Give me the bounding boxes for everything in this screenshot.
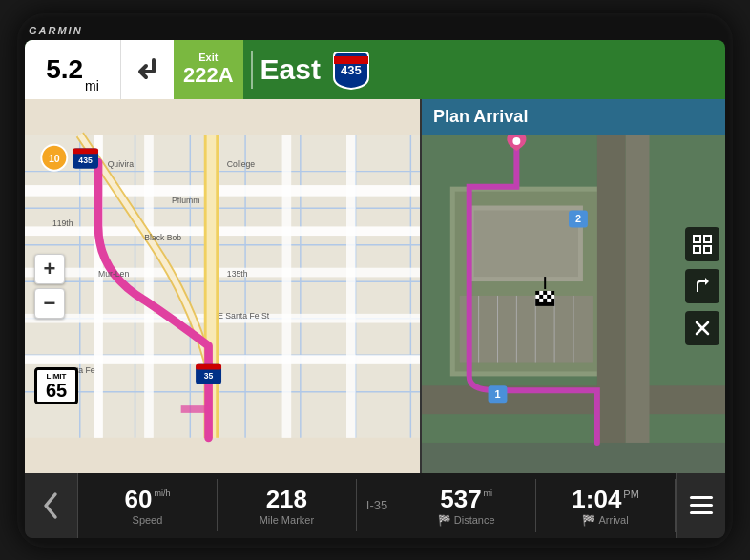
- arrival-value: 1:04: [572, 485, 621, 514]
- hamburger-icon: [690, 496, 713, 514]
- nav-distance-value: 5.2: [46, 54, 83, 85]
- svg-rect-1: [25, 135, 420, 438]
- svg-rect-78: [704, 246, 711, 253]
- svg-rect-24: [282, 135, 292, 438]
- svg-text:E Santa Fe St: E Santa Fe St: [218, 310, 269, 320]
- nav-exit-number: 222A: [183, 63, 234, 88]
- svg-rect-19: [25, 313, 420, 322]
- brand-label: GARMIN: [25, 23, 725, 40]
- hamburger-line-1: [690, 496, 713, 499]
- mile-marker-stat: 218 Mile Marker: [218, 479, 357, 531]
- svg-rect-64: [535, 294, 539, 298]
- distance-stat: 537 mi 🏁 Distance: [397, 479, 536, 532]
- svg-rect-43: [196, 363, 221, 369]
- route-details-button[interactable]: [685, 269, 719, 303]
- svg-rect-23: [209, 135, 220, 438]
- arrival-label: 🏁 Arrival: [582, 514, 628, 527]
- svg-rect-67: [539, 298, 543, 301]
- close-button[interactable]: [685, 311, 719, 345]
- mile-marker-display: 218: [266, 485, 307, 514]
- speed-limit-sign: LIMIT 65: [34, 367, 78, 404]
- speed-limit-value: 65: [39, 381, 73, 400]
- svg-rect-75: [694, 236, 700, 242]
- nav-direction: East: [260, 53, 321, 86]
- svg-text:135th: 135th: [227, 269, 248, 279]
- svg-text:10: 10: [49, 153, 60, 164]
- distance-display: 537 mi: [440, 485, 492, 514]
- mile-marker-label: Mile Marker: [260, 514, 314, 526]
- map-left[interactable]: Quivira College Pflumm Black Bob Mur-Len…: [25, 99, 420, 473]
- arrival-unit: PM: [623, 488, 639, 500]
- arrival-display: 1:04 PM: [572, 485, 639, 514]
- nav-exit-label: Exit: [198, 52, 218, 63]
- zoom-out-button[interactable]: −: [34, 288, 65, 319]
- hamburger-line-2: [690, 504, 713, 507]
- main-content: Quivira College Pflumm Black Bob Mur-Len…: [25, 99, 725, 473]
- nav-divider: [251, 51, 253, 89]
- highway-badge: 435: [330, 49, 372, 91]
- svg-rect-60: [626, 130, 650, 443]
- svg-rect-77: [694, 246, 700, 253]
- bottom-bar: 60 mi/h Speed 218 Mile Marker I-35 537 m…: [25, 473, 725, 538]
- svg-rect-17: [25, 226, 420, 236]
- svg-rect-27: [207, 135, 217, 438]
- nav-distance-panel: 5.2 mi: [25, 40, 120, 99]
- speed-value: 60: [124, 485, 152, 514]
- svg-text:Quivira: Quivira: [108, 158, 135, 168]
- menu-button[interactable]: [676, 473, 725, 538]
- svg-rect-22: [144, 135, 154, 438]
- svg-rect-62: [539, 290, 543, 294]
- svg-rect-16: [25, 185, 420, 197]
- distance-unit: mi: [484, 488, 493, 499]
- svg-text:435: 435: [78, 155, 93, 164]
- svg-rect-51: [460, 295, 593, 362]
- arrival-stat: 1:04 PM 🏁 Arrival: [536, 479, 676, 532]
- svg-rect-42: [196, 363, 221, 384]
- svg-point-74: [512, 136, 520, 144]
- svg-rect-66: [551, 294, 554, 298]
- svg-rect-37: [73, 148, 98, 168]
- back-button[interactable]: [25, 473, 78, 538]
- speed-unit-text: mi/h: [154, 488, 170, 499]
- satellite-map-svg: 1 2: [422, 99, 725, 473]
- speed-unit: mi/h: [154, 488, 170, 499]
- road-name: I-35: [357, 498, 397, 512]
- svg-rect-76: [704, 236, 711, 242]
- svg-text:1: 1: [494, 388, 500, 400]
- distance-value: 537: [440, 485, 481, 514]
- nav-exit-panel: Exit 222A: [174, 40, 243, 99]
- flag-icon-distance: 🏁: [438, 514, 451, 527]
- svg-point-40: [41, 144, 67, 170]
- svg-rect-61: [535, 290, 554, 305]
- svg-text:Mur-Len: Mur-Len: [98, 269, 129, 279]
- zoom-in-button[interactable]: +: [34, 254, 65, 284]
- svg-text:Pflumm: Pflumm: [172, 196, 199, 205]
- plan-arrival-title: Plan Arrival: [433, 107, 528, 126]
- nav-turn-arrow: [120, 40, 174, 99]
- svg-rect-63: [547, 290, 551, 294]
- hamburger-line-3: [690, 511, 713, 514]
- svg-rect-26: [204, 135, 219, 438]
- speed-display: 60 mi/h: [124, 485, 170, 514]
- svg-rect-25: [346, 135, 356, 438]
- highway-number: 435: [341, 63, 362, 77]
- map-view-button[interactable]: [685, 227, 719, 261]
- svg-rect-50: [474, 210, 578, 277]
- map-right[interactable]: 1 2 Plan Arrival: [420, 99, 725, 473]
- map-left-svg: Quivira College Pflumm Black Bob Mur-Len…: [25, 99, 420, 473]
- plan-arrival-header: Plan Arrival: [422, 99, 725, 135]
- svg-rect-59: [597, 130, 626, 443]
- mile-marker-value: 218: [266, 485, 307, 514]
- nav-bar: 5.2 mi Exit 222A East 435: [25, 40, 725, 99]
- svg-rect-68: [547, 298, 551, 301]
- svg-text:2: 2: [575, 213, 581, 224]
- svg-rect-18: [25, 267, 420, 277]
- svg-rect-38: [73, 148, 98, 154]
- map-right-icons: [685, 227, 719, 345]
- svg-text:Black Bob: Black Bob: [144, 232, 181, 241]
- svg-rect-21: [94, 135, 103, 438]
- svg-rect-20: [25, 355, 420, 364]
- svg-text:35: 35: [204, 371, 214, 381]
- svg-text:College: College: [227, 158, 256, 168]
- svg-rect-65: [543, 294, 547, 298]
